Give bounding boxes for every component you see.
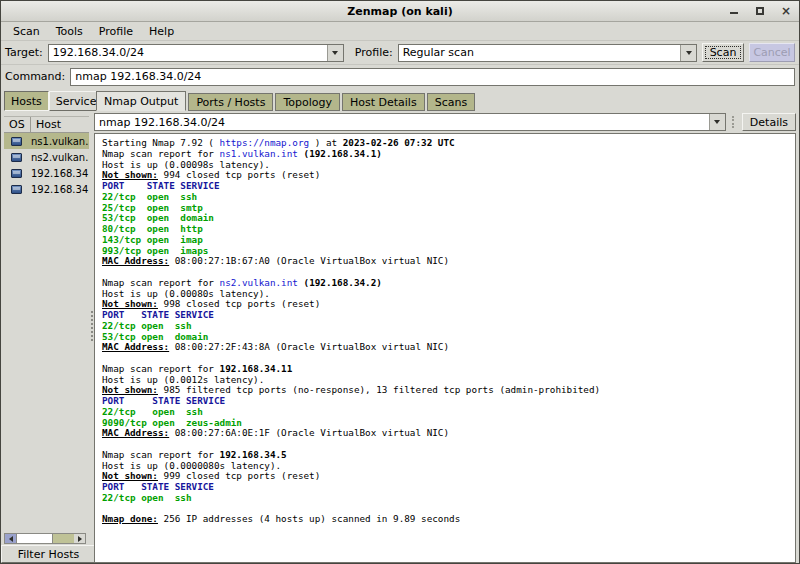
profile-input[interactable]: Regular scan: [399, 45, 680, 61]
target-input[interactable]: 192.168.34.0/24: [49, 45, 327, 61]
output-text: (192.168.34.2): [304, 277, 382, 288]
output-text: Nmap scan report for: [102, 277, 220, 288]
scan-combobox[interactable]: nmap 192.168.34.0/24: [94, 113, 726, 131]
results-panel: Nmap OutputPorts / HostsTopologyHost Det…: [94, 88, 799, 563]
command-label: Command:: [5, 70, 65, 83]
output-text: Not shown:: [102, 298, 158, 309]
nmap-link[interactable]: ns2.vulkan.int: [220, 277, 298, 288]
output-text: MAC Address:: [102, 427, 169, 438]
tab-ports-hosts[interactable]: Ports / Hosts: [188, 93, 273, 111]
nmap-link[interactable]: ns1.vulkan.int: [220, 148, 298, 159]
output-text: PORT STATE SERVICE: [102, 180, 220, 191]
output-line: Nmap done: 256 IP addresses (4 hosts up)…: [102, 514, 795, 525]
output-text: 53/tcp open domain: [102, 331, 208, 342]
target-dropdown-button[interactable]: [327, 45, 343, 61]
scroll-left-button[interactable]: [5, 534, 16, 543]
output-text: MAC Address:: [102, 255, 169, 266]
tab-nmap-output[interactable]: Nmap Output: [96, 91, 186, 111]
host-name: 192.168.34.: [31, 184, 89, 195]
output-text: Not shown:: [102, 384, 158, 395]
chevron-down-icon: [332, 51, 338, 55]
tab-host-details[interactable]: Host Details: [342, 93, 425, 111]
window-controls: ×: [729, 1, 791, 21]
output-text: 999 closed tcp ports (reset): [158, 470, 320, 481]
hosts-services-switch: Hosts Services: [4, 91, 89, 111]
os-icon: [11, 169, 22, 178]
menu-item-scan[interactable]: Scan: [5, 23, 48, 40]
nmap-link[interactable]: https://nmap.org: [220, 137, 310, 148]
output-text: 08:00:27:6A:0E:1F (Oracle VirtualBox vir…: [169, 427, 449, 438]
output-text: Host is up (0.00098s latency).: [102, 159, 270, 170]
output-text: 53/tcp open domain: [102, 212, 214, 223]
details-button[interactable]: Details: [742, 113, 796, 131]
profile-label: Profile:: [355, 46, 393, 59]
output-line: PORT STATE SERVICE: [102, 181, 795, 192]
output-text: 22/tcp open ssh: [102, 492, 192, 503]
zenmap-window: Zenmap (on kali) × ScanToolsProfileHelp …: [0, 0, 800, 564]
os-icon: [11, 137, 22, 146]
output-text: 994 closed tcp ports (reset): [158, 169, 320, 180]
host-column-header[interactable]: Host: [31, 118, 89, 131]
output-text: 9090/tcp open zeus-admin: [102, 417, 242, 428]
window-title: Zenmap (on kali): [347, 5, 452, 18]
scan-combobox-dropdown[interactable]: [709, 114, 725, 130]
output-text: Starting Nmap 7.92 (: [102, 137, 220, 148]
scrollbar-track[interactable]: [53, 534, 74, 543]
chevron-down-icon: [686, 51, 692, 55]
scrollbar-thumb[interactable]: [16, 534, 53, 543]
output-text: Nmap scan report for: [102, 363, 220, 374]
output-text: 22/tcp open ssh: [102, 191, 197, 202]
hosts-button[interactable]: Hosts: [4, 91, 49, 111]
host-list: ns1.vulkan.ins2.vulkan.i192.168.34.192.1…: [4, 133, 89, 533]
cancel-button: Cancel: [749, 43, 795, 62]
output-text: 22/tcp open ssh: [102, 320, 192, 331]
output-text: Nmap scan report for: [102, 148, 220, 159]
grip-dots-icon: [91, 311, 93, 341]
host-list-item[interactable]: ns1.vulkan.i: [4, 133, 89, 149]
maximize-icon[interactable]: [755, 6, 765, 16]
scan-toolbar: Target: 192.168.34.0/24 Profile: Regular…: [1, 41, 799, 65]
tab-topology[interactable]: Topology: [275, 93, 340, 111]
menu-item-tools[interactable]: Tools: [48, 23, 91, 40]
host-list-item[interactable]: 192.168.34.: [4, 181, 89, 197]
horizontal-scrollbar[interactable]: [4, 533, 86, 544]
output-text: 08:00:27:2F:43:8A (Oracle VirtualBox vir…: [169, 341, 449, 352]
output-text: Host is up (0.0000080s latency).: [102, 460, 281, 471]
filter-hosts-button[interactable]: Filter Hosts: [1, 545, 96, 563]
output-line: MAC Address: 08:00:27:6A:0E:1F (Oracle V…: [102, 428, 795, 439]
output-text: Host is up (0.0012s latency).: [102, 374, 264, 385]
triangle-left-icon: [9, 536, 13, 542]
host-list-item[interactable]: ns2.vulkan.i: [4, 149, 89, 165]
host-list-item[interactable]: 192.168.34.: [4, 165, 89, 181]
profile-dropdown-button[interactable]: [680, 45, 696, 61]
output-line: 22/tcp open ssh: [102, 192, 795, 203]
scan-combobox-value[interactable]: nmap 192.168.34.0/24: [95, 114, 709, 130]
tab-scans[interactable]: Scans: [427, 93, 475, 111]
host-name: ns1.vulkan.i: [31, 136, 89, 147]
target-combobox[interactable]: 192.168.34.0/24: [48, 44, 344, 62]
host-name: 192.168.34.: [31, 168, 89, 179]
nmap-output-text[interactable]: Starting Nmap 7.92 ( https://nmap.org ) …: [94, 133, 796, 563]
output-line: 53/tcp open domain: [102, 213, 795, 224]
os-icon: [11, 185, 22, 194]
scroll-right-button[interactable]: [74, 534, 85, 543]
output-line: MAC Address: 08:00:27:1B:67:A0 (Oracle V…: [102, 256, 795, 267]
close-icon[interactable]: ×: [781, 6, 791, 16]
os-column-header[interactable]: OS: [4, 117, 31, 132]
output-text: PORT STATE SERVICE: [102, 481, 214, 492]
output-text: 22/tcp open ssh: [102, 406, 203, 417]
host-list-header: OS Host: [4, 116, 89, 133]
host-name: ns2.vulkan.i: [31, 152, 89, 163]
profile-combobox[interactable]: Regular scan: [398, 44, 697, 62]
menu-item-help[interactable]: Help: [141, 23, 182, 40]
minimize-icon[interactable]: [729, 6, 739, 16]
tabbar: Nmap OutputPorts / HostsTopologyHost Det…: [94, 91, 796, 111]
scan-button[interactable]: Scan: [702, 43, 744, 62]
titlebar[interactable]: Zenmap (on kali) ×: [1, 1, 799, 22]
output-text: 08:00:27:1B:67:A0 (Oracle VirtualBox vir…: [169, 255, 449, 266]
triangle-right-icon: [78, 536, 82, 542]
menubar: ScanToolsProfileHelp: [1, 22, 799, 41]
output-text: Nmap done:: [102, 513, 158, 524]
menu-item-profile[interactable]: Profile: [91, 23, 141, 40]
command-input[interactable]: nmap 192.168.34.0/24: [70, 68, 795, 86]
